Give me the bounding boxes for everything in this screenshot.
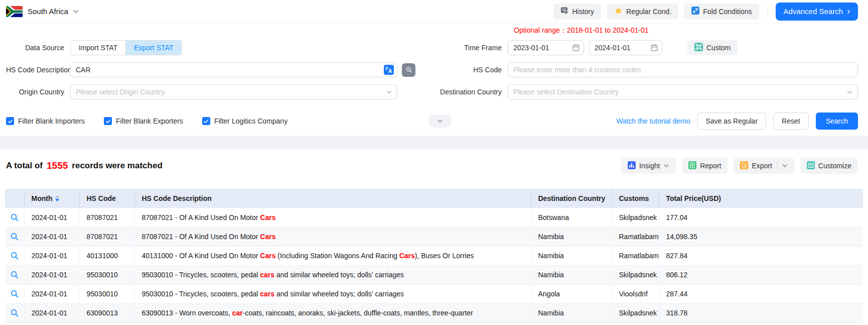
export-button[interactable]: Export	[734, 158, 794, 174]
destination-column-header: Destination Country	[531, 189, 612, 208]
month-sort-icon[interactable]	[55, 195, 59, 201]
cell-total: 287.44	[659, 284, 863, 303]
results-total-suffix: records were matched	[72, 161, 162, 171]
time-frame-label: Time Frame	[427, 44, 508, 52]
calendar-icon	[650, 44, 658, 52]
row-detail-cell	[5, 303, 24, 322]
country-selector-label[interactable]: South Africa	[28, 7, 68, 16]
fold-conditions-button[interactable]: Fold Conditions	[684, 4, 759, 20]
month-header-label: Month	[32, 194, 53, 202]
cell-hs-code: 95030010	[79, 265, 134, 284]
search-filter-panel: Data Source Import STAT Export STAT HS C…	[0, 23, 868, 136]
checkbox-label: Filter Logitics Company	[214, 117, 287, 125]
collapse-filters-button[interactable]	[428, 115, 452, 128]
exclude-search-icon[interactable]	[402, 63, 415, 77]
cell-total: 827.84	[659, 246, 863, 265]
filter-logitics-company-checkbox[interactable]: Filter Logitics Company	[202, 117, 287, 125]
reset-button[interactable]: Reset	[773, 113, 809, 130]
origin-country-label: Origin Country	[6, 88, 70, 96]
cell-description: 95030010 - Tricycles, scooters, pedal ca…	[134, 265, 531, 284]
hs-description-label: HS Code Description	[6, 66, 70, 74]
insight-button[interactable]: Insight	[621, 158, 676, 174]
row-search-icon[interactable]	[10, 308, 19, 317]
cell-description: 63090013 - Worn overcoats, car-coats, ra…	[134, 303, 531, 322]
checkbox-checked-icon	[6, 117, 14, 125]
insight-chevron-down-icon	[663, 163, 669, 169]
export-split-divider	[777, 161, 777, 170]
advanced-search-button[interactable]: Advanced Search ›	[776, 3, 858, 21]
cell-total: 177.04	[659, 208, 863, 227]
row-search-icon[interactable]	[10, 213, 19, 222]
topbar: South Africa History Regular Cond. Fold …	[0, 0, 868, 23]
row-search-icon[interactable]	[10, 251, 19, 260]
history-button[interactable]: History	[553, 4, 601, 20]
hs-description-column-header: HS Code Description	[134, 189, 531, 208]
row-search-icon[interactable]	[10, 270, 19, 279]
optional-range-note: Optional range：2018-01-01 to 2024-01-01	[427, 25, 858, 35]
history-icon	[560, 7, 568, 16]
save-as-regular-button[interactable]: Save as Regular	[697, 113, 767, 130]
table-body: 2024-01-018708702187087021 - Of A Kind U…	[5, 208, 863, 322]
section-divider-band	[0, 136, 868, 150]
cell-destination: Angola	[531, 284, 612, 303]
hs-code-input[interactable]	[508, 62, 858, 77]
table-row: 2024-01-019503001095030010 - Tricycles, …	[5, 284, 863, 303]
cell-month: 2024-01-01	[24, 303, 79, 322]
row-search-icon[interactable]	[10, 232, 19, 241]
results-total-count: 1555	[47, 160, 68, 171]
checkbox-label: Filter Blank Importers	[18, 117, 85, 125]
import-stat-tab[interactable]: Import STAT	[71, 41, 126, 55]
destination-country-label: Destination Country	[427, 88, 508, 96]
detail-column-header	[5, 189, 24, 208]
cell-month: 2024-01-01	[24, 284, 79, 303]
cell-month: 2024-01-01	[24, 246, 79, 265]
customize-button[interactable]: Customize	[800, 158, 858, 174]
cell-destination: Namibia	[531, 265, 612, 284]
translate-icon[interactable]: A	[384, 65, 394, 75]
fold-conditions-label: Fold Conditions	[703, 8, 752, 16]
export-label: Export	[752, 162, 772, 170]
custom-range-button[interactable]: Custom	[687, 40, 738, 55]
tutorial-demo-link[interactable]: Watch the tutorial demo	[616, 117, 690, 125]
row-search-icon[interactable]	[10, 289, 19, 298]
cell-customs: Vioolsdrif	[612, 284, 659, 303]
data-source-label: Data Source	[6, 44, 70, 52]
insight-label: Insight	[639, 162, 660, 170]
regular-cond-button[interactable]: Regular Cond.	[607, 4, 678, 20]
report-button[interactable]: Report	[682, 158, 728, 174]
filter-blank-importers-checkbox[interactable]: Filter Blank Importers	[6, 117, 85, 125]
row-detail-cell	[5, 208, 24, 227]
month-column-header[interactable]: Month	[24, 189, 79, 208]
advanced-search-arrow-icon: ›	[847, 7, 850, 16]
checkbox-checked-icon	[202, 117, 210, 125]
table-header-row: Month HS Code HS Code Description Destin…	[5, 189, 863, 208]
export-chevron-down-icon	[782, 163, 788, 169]
search-button[interactable]: Search	[816, 113, 858, 130]
hs-code-column-header: HS Code	[79, 189, 134, 208]
country-chevron-down-icon[interactable]	[72, 8, 79, 15]
report-label: Report	[700, 162, 721, 170]
customize-icon	[807, 161, 815, 171]
filter-actions-row: Filter Blank Importers Filter Blank Expo…	[6, 113, 858, 130]
destination-country-select[interactable]	[508, 84, 858, 99]
fold-conditions-icon	[691, 7, 699, 16]
star-icon	[614, 7, 623, 17]
export-stat-tab[interactable]: Export STAT	[126, 41, 181, 55]
cell-hs-code: 87087021	[79, 227, 134, 246]
filter-blank-exporters-checkbox[interactable]: Filter Blank Exporters	[104, 117, 183, 125]
row-detail-cell	[5, 265, 24, 284]
hs-description-input[interactable]	[70, 62, 397, 77]
cell-hs-code: 63090013	[79, 303, 134, 322]
cell-customs: Ramatlabam	[612, 227, 659, 246]
results-table: Month HS Code HS Code Description Destin…	[5, 189, 863, 323]
row-detail-cell	[5, 227, 24, 246]
customs-column-header: Customs	[612, 189, 659, 208]
origin-chevron-down-icon	[386, 89, 392, 95]
regular-cond-label: Regular Cond.	[626, 8, 671, 16]
cell-month: 2024-01-01	[24, 227, 79, 246]
cell-total: 806.12	[659, 265, 863, 284]
table-row: 2024-01-018708702187087021 - Of A Kind U…	[5, 208, 863, 227]
origin-country-select[interactable]	[70, 84, 397, 99]
cell-customs: Skilpadsnek	[612, 208, 659, 227]
cell-hs-code: 40131000	[79, 246, 134, 265]
